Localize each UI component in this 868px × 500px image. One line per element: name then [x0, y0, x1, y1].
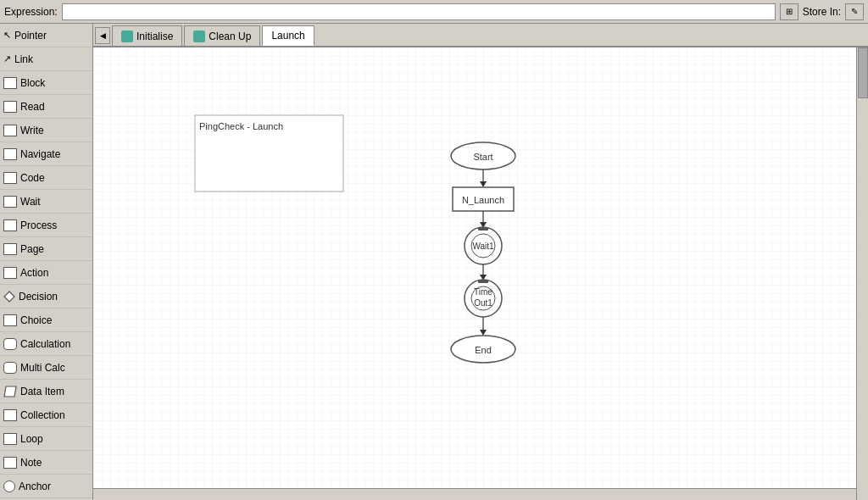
tab-cleanup-label: Clean Up	[209, 31, 251, 42]
svg-marker-1	[4, 386, 16, 397]
right-area: ◀ Initialise Clean Up Launch	[93, 24, 868, 500]
tool-action-label: Action	[20, 267, 48, 279]
tool-dataitem-label: Data Item	[20, 386, 64, 397]
tool-decision[interactable]: Decision	[0, 285, 92, 308]
tool-note[interactable]: Note	[0, 451, 92, 475]
tool-page[interactable]: Page	[0, 237, 92, 261]
eraser-button[interactable]: ✎	[845, 3, 864, 20]
tool-page-label: Page	[20, 243, 44, 255]
tab-initialise-label: Initialise	[136, 31, 173, 42]
multicalc-icon	[3, 362, 17, 374]
tool-loop[interactable]: Loop	[0, 427, 92, 451]
tool-write[interactable]: Write	[0, 119, 92, 142]
tab-initialise[interactable]: Initialise	[112, 25, 182, 46]
tool-process[interactable]: Process	[0, 214, 92, 237]
svg-rect-23	[478, 280, 488, 283]
scrollbar-vertical[interactable]	[856, 47, 868, 500]
tab-launch-label: Launch	[271, 30, 304, 42]
tool-write-label: Write	[20, 125, 44, 136]
left-panel: ↖ Pointer ↗ Link Block Read Write Navi	[0, 24, 93, 500]
tabs-bar: ◀ Initialise Clean Up Launch	[93, 24, 868, 47]
tool-navigate-label: Navigate	[20, 148, 60, 160]
tool-action[interactable]: Action	[0, 261, 92, 285]
dataitem-icon	[3, 386, 17, 397]
choice-icon	[3, 314, 17, 326]
navigate-icon	[3, 148, 17, 160]
tool-choice-label: Choice	[20, 314, 52, 326]
tool-collection[interactable]: Collection	[0, 403, 92, 427]
svg-text:PingCheck - Launch: PingCheck - Launch	[199, 121, 283, 131]
tool-anchor[interactable]: Anchor	[0, 475, 92, 498]
app-container: Expression: ⊞ Store In: ✎ ↖ Pointer ↗ Li…	[0, 0, 868, 500]
scrollbar-horizontal[interactable]	[93, 488, 856, 500]
tool-anchor-label: Anchor	[19, 481, 51, 492]
svg-text:Out1: Out1	[474, 298, 492, 308]
svg-text:N_Launch: N_Launch	[462, 195, 504, 205]
tool-wait[interactable]: Wait	[0, 190, 92, 214]
loop-icon	[3, 433, 17, 445]
read-icon	[3, 101, 17, 113]
action-icon	[3, 267, 17, 279]
tool-note-label: Note	[20, 457, 42, 469]
tool-link-label: Link	[14, 53, 33, 65]
wait-icon	[3, 196, 17, 208]
decision-icon	[3, 291, 15, 303]
tool-block-label: Block	[20, 77, 45, 89]
tool-multicalc[interactable]: Multi Calc	[0, 356, 92, 380]
tool-pointer-label: Pointer	[14, 30, 47, 42]
initialise-tab-icon	[121, 31, 133, 42]
canvas-grid: PingCheck - Launch Start N_Launch	[93, 47, 868, 500]
tool-loop-label: Loop	[20, 433, 43, 445]
tool-block[interactable]: Block	[0, 71, 92, 95]
tool-link[interactable]: ↗ Link	[0, 47, 92, 71]
block-icon	[3, 77, 17, 89]
expression-label: Expression:	[4, 6, 58, 18]
code-icon	[3, 172, 17, 184]
tab-cleanup[interactable]: Clean Up	[184, 25, 260, 46]
tool-decision-label: Decision	[19, 291, 58, 303]
tool-read[interactable]: Read	[0, 95, 92, 119]
write-icon	[3, 125, 17, 136]
anchor-icon	[3, 481, 15, 492]
tool-collection-label: Collection	[20, 409, 65, 421]
svg-rect-16	[478, 227, 488, 231]
canvas-area[interactable]: PingCheck - Launch Start N_Launch	[93, 47, 868, 500]
process-icon	[3, 219, 17, 231]
tool-read-label: Read	[20, 101, 45, 113]
svg-text:Time: Time	[474, 287, 492, 297]
calc-button[interactable]: ⊞	[780, 3, 798, 20]
tool-code[interactable]: Code	[0, 166, 92, 190]
tool-navigate[interactable]: Navigate	[0, 142, 92, 166]
tool-process-label: Process	[20, 219, 57, 231]
note-icon	[3, 457, 17, 469]
svg-text:End: End	[475, 345, 492, 355]
collection-icon	[3, 409, 17, 421]
tool-code-label: Code	[20, 172, 45, 184]
page-icon	[3, 243, 17, 255]
store-in-label: Store In:	[803, 6, 841, 18]
tab-launch[interactable]: Launch	[262, 25, 314, 46]
tool-multicalc-label: Multi Calc	[20, 362, 65, 374]
tool-dataitem[interactable]: Data Item	[0, 380, 92, 403]
expression-input[interactable]	[62, 3, 776, 20]
svg-text:Wait1: Wait1	[472, 242, 494, 251]
main-area: ↖ Pointer ↗ Link Block Read Write Navi	[0, 24, 868, 500]
tab-toggle-button[interactable]: ◀	[95, 27, 110, 44]
tool-wait-label: Wait	[20, 196, 41, 208]
toolbar: Expression: ⊞ Store In: ✎	[0, 0, 868, 24]
tool-choice[interactable]: Choice	[0, 308, 92, 332]
svg-marker-0	[4, 292, 14, 302]
cleanup-tab-icon	[193, 31, 205, 42]
svg-text:Start: Start	[473, 152, 492, 162]
tool-calculation-label: Calculation	[20, 338, 70, 350]
tool-calculation[interactable]: Calculation	[0, 332, 92, 356]
calculation-icon	[3, 338, 17, 350]
scrollbar-thumb-vertical[interactable]	[858, 47, 868, 98]
tool-pointer[interactable]: ↖ Pointer	[0, 24, 92, 47]
